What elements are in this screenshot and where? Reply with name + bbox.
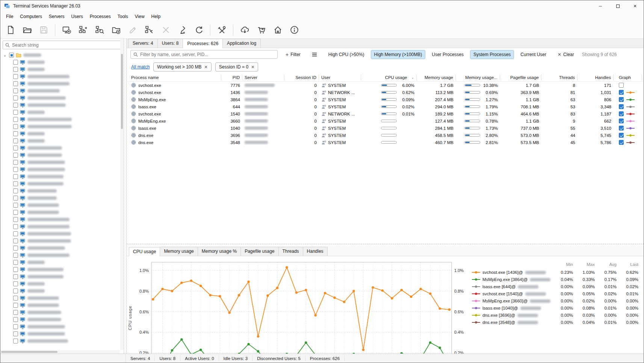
tree-computer-node[interactable] — [0, 137, 124, 144]
tree-item-checkbox[interactable] — [13, 246, 18, 251]
tree-item-checkbox[interactable] — [13, 88, 18, 93]
tree-item-checkbox[interactable] — [13, 131, 18, 136]
tree-item-checkbox[interactable] — [13, 253, 18, 258]
tree-computer-node[interactable] — [0, 323, 124, 330]
table-row[interactable]: lsass.exe6440SYSTEM0.02%294.0 MB1.79%708… — [127, 103, 644, 110]
graph-checkbox[interactable] — [619, 83, 624, 88]
legend-entry[interactable]: dns.exe [3548]@ — [472, 319, 553, 326]
table-row[interactable]: lsass.exe10400SYSTEM284.1 MB1.73%737.0 M… — [127, 125, 644, 132]
tree-item-checkbox[interactable] — [13, 124, 18, 129]
tree-computer-node[interactable] — [0, 295, 124, 302]
tree-computer-node[interactable] — [0, 66, 124, 73]
tree-computer-node[interactable] — [0, 337, 124, 345]
graph-checkbox[interactable] — [619, 118, 624, 123]
filter-toggle-high-cpu-50[interactable]: High CPU (>50%) — [325, 50, 368, 59]
tree-computer-node[interactable] — [0, 209, 124, 216]
column-header-memory-usage[interactable]: Memory usage... — [456, 74, 500, 80]
column-header-memory-usage[interactable]: Memory usage — [417, 74, 456, 80]
graph-checkbox[interactable] — [619, 104, 624, 109]
table-row[interactable]: dns.exe35480SYSTEM460.7 MB2.81%573.5 MB4… — [127, 139, 644, 146]
chart-tab-cpu-usage[interactable]: CPU usage — [129, 247, 160, 256]
tree-item-checkbox[interactable] — [13, 238, 18, 243]
open-folder-button[interactable] — [20, 23, 34, 37]
tree-computer-node[interactable] — [0, 116, 124, 123]
tree-computer-node[interactable] — [0, 287, 124, 295]
tree-computer-node[interactable] — [0, 173, 124, 180]
legend-entry[interactable]: lsass.exe [644]@ — [472, 283, 553, 290]
cleanup-button[interactable] — [175, 23, 189, 37]
settings-tools-button[interactable] — [215, 23, 229, 37]
column-header-cpu-usage[interactable]: CPU usage⌄ — [361, 74, 417, 80]
tab-processes-626[interactable]: Processes: 626 — [183, 39, 223, 48]
tree-item-checkbox[interactable] — [13, 217, 18, 222]
tree-item-checkbox[interactable] — [13, 289, 18, 293]
tree-item-checkbox[interactable] — [13, 317, 18, 322]
tree-computer-node[interactable] — [0, 330, 124, 337]
tab-users-8[interactable]: Users: 8 — [157, 39, 183, 48]
refresh-button[interactable] — [192, 23, 206, 37]
graph-checkbox[interactable] — [619, 133, 624, 138]
tree-item-checkbox[interactable] — [13, 339, 18, 343]
tree-computer-node[interactable] — [0, 202, 124, 209]
tree-computer-node[interactable] — [0, 94, 124, 102]
table-row[interactable]: dns.exe36960SYSTEM458.5 MB2.80%573.0 MB4… — [127, 132, 644, 139]
tree-item-checkbox[interactable] — [13, 181, 18, 186]
home-button[interactable] — [271, 23, 285, 37]
tree-computer-node[interactable] — [0, 87, 124, 94]
chart-splitter[interactable] — [127, 244, 644, 246]
legend-entry[interactable]: svchost.exe [1436]@ — [472, 269, 553, 276]
chart-tab-handles[interactable]: Handles — [303, 247, 328, 256]
chart-tab-memory-usage[interactable]: Memory usage % — [198, 247, 241, 256]
tree-computer-node[interactable] — [0, 80, 124, 87]
add-group-button[interactable] — [76, 23, 90, 37]
filter-chip[interactable]: Working set > 100 MB✕ — [153, 62, 211, 71]
tree-computer-node[interactable] — [0, 194, 124, 202]
clear-filters-button[interactable]: ✕ Clear — [554, 50, 577, 59]
tree-item-checkbox[interactable] — [13, 117, 18, 122]
tree-computer-node[interactable] — [0, 245, 124, 252]
tree-computer-node[interactable] — [0, 152, 124, 159]
add-filter-button[interactable]: + Filter — [282, 50, 304, 59]
tree-item-checkbox[interactable] — [13, 260, 18, 265]
menu-servers[interactable]: Servers — [45, 12, 68, 21]
tab-servers-4[interactable]: Servers: 4 — [128, 39, 158, 48]
close-button[interactable]: ✕ — [626, 0, 644, 12]
filter-toggle-current-user[interactable]: Current User — [517, 50, 550, 59]
tree-computer-node[interactable] — [0, 223, 124, 230]
graph-checkbox[interactable] — [619, 140, 624, 145]
filter-toggle-high-memory-100mb[interactable]: High Memory (>100MB) — [371, 50, 426, 59]
tree-item-checkbox[interactable] — [13, 274, 18, 279]
tree-item-checkbox[interactable] — [13, 310, 18, 315]
column-header-session-id[interactable]: Session ID — [284, 74, 319, 80]
process-filter-input[interactable] — [139, 52, 277, 58]
tree-computer-node[interactable] — [0, 216, 124, 223]
column-header-handles[interactable]: Handles — [577, 74, 614, 80]
tree-item-checkbox[interactable] — [13, 196, 18, 200]
tree-item-checkbox[interactable] — [13, 210, 18, 215]
new-document-button[interactable] — [3, 23, 18, 37]
tree-item-checkbox[interactable] — [13, 74, 18, 79]
tree-item-checkbox[interactable] — [13, 324, 18, 329]
tree-computer-node[interactable] — [0, 73, 124, 80]
menu-help[interactable]: Help — [148, 12, 164, 21]
legend-entry[interactable]: lsass.exe [1040]@ — [472, 305, 553, 312]
graph-checkbox[interactable] — [619, 90, 624, 95]
legend-entry[interactable]: svchost.exe [1540]@ — [472, 290, 553, 298]
tree-item-checkbox[interactable] — [13, 303, 18, 308]
tree-computer-node[interactable] — [0, 159, 124, 166]
tree-computer-node[interactable] — [0, 109, 124, 116]
filter-toggle-user-processes[interactable]: User Processes — [428, 50, 467, 59]
tree-computer-node[interactable] — [0, 237, 124, 245]
column-header-server[interactable]: Server — [242, 74, 284, 80]
table-row[interactable]: MsMpEng.exe38640SYSTEM0.09%207.4 MB1.27%… — [127, 96, 644, 103]
tree-horizontal-scrollbar[interactable] — [0, 350, 120, 354]
tree-item-checkbox[interactable] — [13, 67, 18, 72]
column-header-user[interactable]: User — [319, 74, 361, 80]
cart-button[interactable] — [254, 23, 268, 37]
table-row[interactable]: MsMpEng.exe36600SYSTEM127.4 MB0.78%1.1 G… — [127, 117, 644, 125]
table-row[interactable]: svchost.exe15400NETWORK ...0.01%189.2 MB… — [127, 110, 644, 117]
menu-computers[interactable]: Computers — [17, 12, 45, 21]
legend-entry[interactable]: dns.exe [3696]@ — [472, 312, 553, 319]
tree-computer-node[interactable] — [0, 180, 124, 187]
tab-application-log[interactable]: Application log — [222, 39, 261, 48]
